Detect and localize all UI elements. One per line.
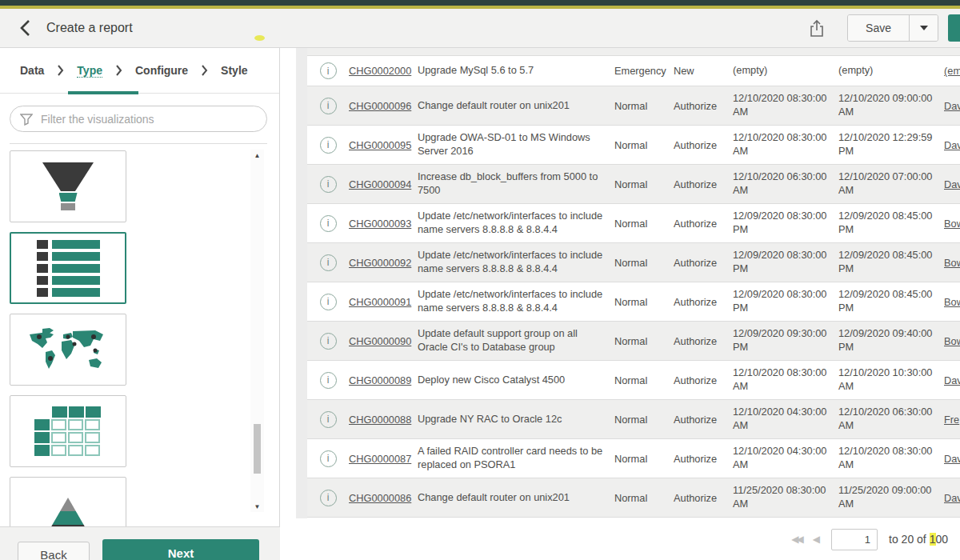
viz-card-list[interactable] bbox=[10, 232, 126, 304]
row-info-cell: i bbox=[307, 215, 349, 232]
change-number-link[interactable]: CHG0000089 bbox=[349, 374, 411, 386]
state-cell: Authorize bbox=[674, 374, 733, 386]
change-number-link[interactable]: CHG0000092 bbox=[349, 257, 411, 269]
start-date-cell: 11/25/2020 08:30:00 AM bbox=[733, 484, 838, 511]
info-icon[interactable]: i bbox=[320, 372, 337, 389]
viz-card-funnel[interactable] bbox=[10, 150, 126, 222]
info-icon[interactable]: i bbox=[320, 176, 337, 193]
scrollbar-thumb[interactable] bbox=[254, 424, 261, 474]
start-date-cell: (empty) bbox=[733, 64, 838, 78]
viz-card-pyramid[interactable] bbox=[10, 477, 126, 526]
back-button[interactable]: Back bbox=[18, 542, 90, 560]
state-cell: Authorize bbox=[674, 257, 733, 269]
save-button[interactable]: Save bbox=[848, 15, 909, 41]
start-date-cell: 12/09/2020 08:30:00 PM bbox=[733, 288, 838, 315]
priority-cell: Normal bbox=[614, 414, 674, 426]
clipped-row-edge bbox=[307, 48, 960, 56]
info-icon[interactable]: i bbox=[320, 294, 337, 310]
change-number-link[interactable]: CHG0000088 bbox=[349, 414, 411, 426]
assigned-to-link[interactable]: Bow bbox=[944, 335, 960, 347]
state-cell: Authorize bbox=[674, 414, 733, 426]
change-number-cell: CHG0002000 bbox=[349, 65, 418, 77]
info-icon[interactable]: i bbox=[320, 450, 337, 467]
table-row: i CHG0000090 Update default support grou… bbox=[307, 322, 960, 361]
assigned-to-link[interactable]: Dav bbox=[944, 178, 960, 190]
row-info-cell: i bbox=[307, 294, 349, 310]
save-menu-button[interactable] bbox=[909, 15, 938, 41]
change-number-cell: CHG0000092 bbox=[349, 257, 418, 269]
assigned-to-link[interactable]: Bow bbox=[944, 218, 960, 230]
start-date-cell: 12/10/2020 04:30:00 AM bbox=[733, 406, 838, 433]
assigned-to-link[interactable]: Dav bbox=[944, 492, 960, 504]
state-cell: New bbox=[674, 65, 733, 77]
table-row: i CHG0000093 Update /etc/network/interfa… bbox=[307, 204, 960, 243]
priority-cell: Normal bbox=[614, 296, 674, 308]
back-arrow-icon[interactable] bbox=[18, 18, 32, 38]
filter-input[interactable] bbox=[41, 113, 257, 126]
info-icon[interactable]: i bbox=[320, 490, 337, 506]
table-row: i CHG0000089 Deploy new Cisco Catalyst 4… bbox=[307, 361, 960, 400]
scroll-down-icon[interactable]: ▼ bbox=[250, 501, 264, 512]
heatmap-table-icon bbox=[34, 406, 102, 456]
info-icon[interactable]: i bbox=[320, 98, 337, 114]
info-icon[interactable]: i bbox=[320, 62, 337, 79]
assigned-to-link[interactable]: Dav bbox=[944, 374, 960, 386]
end-date-cell: 12/09/2020 08:45:00 PM bbox=[838, 210, 944, 237]
row-info-cell: i bbox=[307, 62, 349, 79]
change-number-cell: CHG0000093 bbox=[349, 218, 418, 230]
assigned-to-link[interactable]: Bow bbox=[944, 296, 960, 308]
change-number-link[interactable]: CHG0000091 bbox=[349, 296, 411, 308]
page-number-input[interactable] bbox=[831, 529, 878, 550]
info-icon[interactable]: i bbox=[320, 215, 337, 232]
change-number-link[interactable]: CHG0000095 bbox=[349, 139, 411, 151]
info-icon[interactable]: i bbox=[320, 137, 337, 154]
viz-card-heatmap[interactable] bbox=[10, 395, 126, 467]
tab-data[interactable]: Data bbox=[20, 64, 44, 77]
change-number-link[interactable]: CHG0000087 bbox=[349, 453, 411, 465]
assigned-to-link[interactable]: Bow bbox=[944, 257, 960, 269]
scroll-up-icon[interactable]: ▲ bbox=[250, 150, 264, 161]
table-row: i CHG0000092 Update /etc/network/interfa… bbox=[307, 243, 960, 282]
next-button[interactable]: Next bbox=[102, 539, 259, 560]
assigned-to-link[interactable]: Dav bbox=[944, 139, 960, 151]
change-number-link[interactable]: CHG0000096 bbox=[349, 100, 411, 112]
assigned-to-link[interactable]: Dav bbox=[944, 453, 960, 465]
change-number-link[interactable]: CHG0000093 bbox=[349, 218, 411, 230]
table-row: i CHG0000091 Update /etc/network/interfa… bbox=[307, 282, 960, 322]
start-date-cell: 12/10/2020 08:30:00 AM bbox=[733, 366, 838, 394]
chevron-right-icon bbox=[57, 65, 64, 76]
change-number-link[interactable]: CHG0002000 bbox=[349, 65, 411, 77]
tab-configure[interactable]: Configure bbox=[135, 64, 188, 77]
table-scrollbar[interactable] bbox=[296, 48, 307, 518]
info-icon[interactable]: i bbox=[320, 333, 337, 350]
info-icon[interactable]: i bbox=[320, 254, 337, 271]
change-number-link[interactable]: CHG0000094 bbox=[349, 178, 411, 190]
priority-cell: Normal bbox=[614, 374, 674, 386]
assigned-to-link[interactable]: (empty) bbox=[944, 65, 960, 77]
clipped-primary-button[interactable] bbox=[948, 14, 960, 42]
tab-type[interactable]: Type bbox=[77, 64, 102, 78]
header-bar: Create a report Save bbox=[0, 9, 960, 48]
end-date-cell: 12/10/2020 12:29:59 PM bbox=[838, 131, 944, 158]
change-number-cell: CHG0000087 bbox=[349, 453, 418, 465]
priority-cell: Normal bbox=[614, 335, 674, 347]
tab-style[interactable]: Style bbox=[221, 64, 247, 77]
viz-list-scrollbar[interactable]: ▲ ▼ bbox=[250, 150, 264, 512]
assigned-to-link[interactable]: Fre bbox=[944, 414, 959, 426]
change-number-link[interactable]: CHG0000086 bbox=[349, 492, 411, 504]
state-cell: Authorize bbox=[674, 218, 733, 230]
table-row: i CHG0002000 Upgrade MySql 5.6 to 5.7 Em… bbox=[307, 56, 960, 86]
short-description-cell: Upgrade NY RAC to Oracle 12c bbox=[418, 413, 614, 426]
change-number-link[interactable]: CHG0000090 bbox=[349, 335, 411, 347]
visualization-list: ▲ ▼ bbox=[0, 148, 280, 526]
assigned-to-link[interactable]: Dav bbox=[944, 100, 960, 112]
end-date-cell: 12/09/2020 08:45:00 PM bbox=[838, 288, 944, 315]
viz-card-map[interactable] bbox=[10, 314, 126, 386]
state-cell: Authorize bbox=[674, 178, 733, 190]
share-icon[interactable] bbox=[809, 19, 825, 38]
info-icon[interactable]: i bbox=[320, 411, 337, 428]
end-date-cell: 12/10/2020 07:00:00 AM bbox=[838, 170, 944, 198]
short-description-cell: Change default router on unix201 bbox=[418, 99, 614, 113]
previous-page-icon[interactable]: ◀ bbox=[813, 534, 820, 545]
first-page-icon[interactable]: ◀◀ bbox=[791, 534, 801, 545]
